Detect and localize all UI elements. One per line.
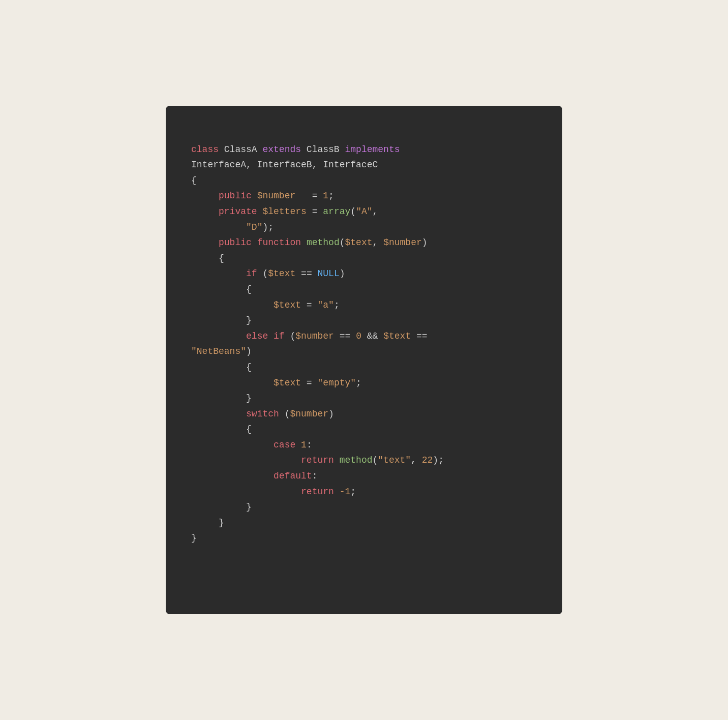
keyword-implements: implements [345,144,400,155]
code-block: class ClassA extends ClassB implements I… [191,126,537,562]
code-container: class ClassA extends ClassB implements I… [166,106,562,614]
keyword-class: class [191,144,219,155]
keyword-extends: extends [262,144,301,155]
